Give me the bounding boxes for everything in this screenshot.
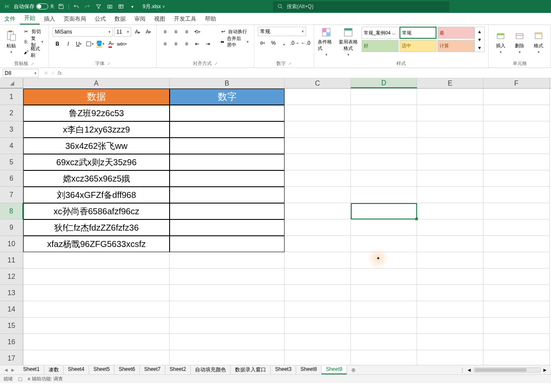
tab-formulas[interactable]: 公式 xyxy=(90,13,110,25)
cell-F12[interactable] xyxy=(483,269,550,285)
row-header[interactable]: 2 xyxy=(0,105,23,121)
increase-font-icon[interactable]: A▴ xyxy=(133,27,142,37)
undo-icon[interactable] xyxy=(72,2,80,11)
phonetic-icon[interactable]: wén▾ xyxy=(117,39,127,49)
cell-F16[interactable] xyxy=(483,334,550,350)
cancel-icon[interactable]: ✕ xyxy=(44,70,48,76)
cell-B4[interactable] xyxy=(170,138,285,154)
search-box[interactable]: 搜索(Alt+Q) xyxy=(273,1,449,12)
cell-A8[interactable]: xc孙尚香6586afzf96cz xyxy=(23,203,170,219)
redo-icon[interactable] xyxy=(83,2,92,11)
macro-record-icon[interactable]: ▢ xyxy=(18,376,22,382)
cell-F15[interactable] xyxy=(483,318,550,334)
cell-F10[interactable] xyxy=(483,236,550,252)
name-box[interactable]: D8▾ xyxy=(3,69,39,77)
cell-E5[interactable] xyxy=(417,154,483,170)
cell-D5[interactable] xyxy=(351,154,417,170)
cell-B11[interactable] xyxy=(170,252,285,269)
cell-A5[interactable]: 69xcz武x则z天35z96 xyxy=(23,154,170,170)
cell-C2[interactable] xyxy=(285,105,351,121)
row-header[interactable]: 6 xyxy=(0,170,23,187)
cell-D17[interactable] xyxy=(351,350,417,365)
col-header-E[interactable]: E xyxy=(417,78,483,88)
launcher-icon[interactable]: ⤢ xyxy=(107,62,111,66)
cell-B3[interactable] xyxy=(170,121,285,138)
autosave-toggle[interactable]: 自动保存 关 xyxy=(14,3,54,10)
cell-D3[interactable] xyxy=(351,121,417,138)
cell-A6[interactable]: 嫦xcz365x96z5娥 xyxy=(23,170,170,187)
cell-D13[interactable] xyxy=(351,285,417,301)
col-header-A[interactable]: A xyxy=(23,78,170,88)
style-item[interactable]: 好 xyxy=(362,40,399,52)
cell-C10[interactable] xyxy=(285,236,351,252)
sheet-tab[interactable]: Sheet8 xyxy=(296,365,322,374)
cell-B9[interactable] xyxy=(170,219,285,236)
cell-B8[interactable] xyxy=(170,203,285,219)
col-header-B[interactable]: B xyxy=(170,78,285,88)
cell-C14[interactable] xyxy=(285,301,351,318)
cell-A15[interactable] xyxy=(23,318,170,334)
gallery-down-icon[interactable]: ▾ xyxy=(475,35,484,43)
fill-color-icon[interactable]: 🪣▾ xyxy=(96,39,105,49)
cell-D15[interactable] xyxy=(351,318,417,334)
align-center-icon[interactable]: ≡ xyxy=(171,39,180,49)
cell-C3[interactable] xyxy=(285,121,351,138)
cell-D9[interactable] xyxy=(351,219,417,236)
borders-icon[interactable]: ▾ xyxy=(85,39,94,49)
cell-A9[interactable]: 狄f仁fz杰fdzZZ6fzfz36 xyxy=(23,219,170,236)
cell-D7[interactable] xyxy=(351,187,417,203)
row-header[interactable]: 16 xyxy=(0,334,23,350)
sheet-tab[interactable]: Sheet4 xyxy=(64,365,89,374)
sheet-tab[interactable]: Sheet2 xyxy=(165,365,191,374)
style-item[interactable]: 常规 xyxy=(399,27,436,39)
cut-button[interactable]: ✂剪切 xyxy=(21,27,45,36)
sheet-next-icon[interactable]: ► xyxy=(10,367,15,373)
cell-E3[interactable] xyxy=(417,121,483,138)
cell-D12[interactable] xyxy=(351,269,417,285)
cell-C11[interactable] xyxy=(285,252,351,269)
cell-B2[interactable] xyxy=(170,105,285,121)
worksheet-grid[interactable]: A B C D E F 1数据数字2鲁Z班92z6c533x李白12xy63zz… xyxy=(0,78,551,365)
cell-D4[interactable] xyxy=(351,138,417,154)
insert-cells-button[interactable]: 插入▾ xyxy=(492,27,509,57)
paste-button[interactable]: 粘贴▾ xyxy=(3,27,19,57)
launcher-icon[interactable]: ⤢ xyxy=(31,62,34,66)
select-all-corner[interactable] xyxy=(0,78,23,88)
tab-layout[interactable]: 页面布局 xyxy=(59,13,90,25)
format-cells-button[interactable]: 格式▾ xyxy=(530,27,547,57)
qat-customize-icon[interactable]: ▾ xyxy=(128,2,136,11)
row-header[interactable]: 5 xyxy=(0,154,23,170)
sheet-tab[interactable]: Sheet1 xyxy=(19,365,44,374)
table-icon[interactable] xyxy=(117,2,125,11)
cell-E4[interactable] xyxy=(417,138,483,154)
cell-B16[interactable] xyxy=(170,334,285,350)
cell-F6[interactable] xyxy=(483,170,550,187)
row-header[interactable]: 4 xyxy=(0,138,23,154)
row-header[interactable]: 15 xyxy=(0,318,23,334)
style-item[interactable]: 常规_案例04 ... xyxy=(362,27,399,39)
cell-A4[interactable]: 36x4z62张飞ww xyxy=(23,138,170,154)
align-middle-icon[interactable]: ≡ xyxy=(171,27,180,37)
row-header[interactable]: 3 xyxy=(0,121,23,138)
cell-C1[interactable] xyxy=(285,89,351,105)
copy-button[interactable]: ⎘复制▾ xyxy=(21,37,45,46)
percent-icon[interactable]: % xyxy=(269,38,278,48)
row-header[interactable]: 8 xyxy=(0,203,23,219)
cell-E8[interactable] xyxy=(417,203,483,219)
sheet-tab[interactable]: 自动填充颜色 xyxy=(191,365,231,374)
sheet-tab[interactable]: Sheet5 xyxy=(89,365,115,374)
cell-C12[interactable] xyxy=(285,269,351,285)
cell-D11[interactable] xyxy=(351,252,417,269)
cell-A12[interactable] xyxy=(23,269,170,285)
cell-B1[interactable]: 数字 xyxy=(170,89,285,105)
cell-A14[interactable] xyxy=(23,301,170,318)
gallery-up-icon[interactable]: ▴ xyxy=(475,27,484,35)
cell-F8[interactable] xyxy=(483,203,550,219)
cell-F2[interactable] xyxy=(483,105,550,121)
cell-C5[interactable] xyxy=(285,154,351,170)
fx-icon[interactable]: fx xyxy=(58,70,62,76)
tab-help[interactable]: 帮助 xyxy=(201,13,220,25)
cell-E16[interactable] xyxy=(417,334,483,350)
add-sheet-button[interactable]: ⊕ xyxy=(347,367,360,373)
wrap-text-button[interactable]: ↩自动换行 xyxy=(218,27,251,36)
